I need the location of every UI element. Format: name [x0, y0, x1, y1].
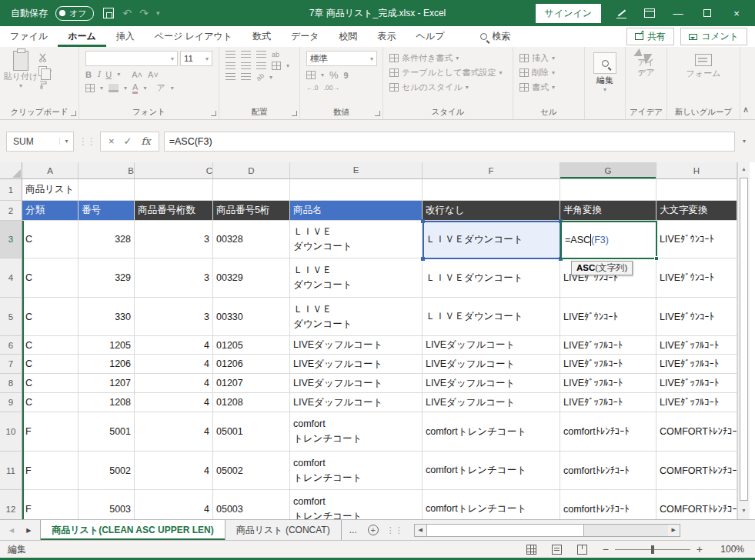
cell[interactable]: comfortトレンチコート [423, 412, 560, 452]
cell[interactable]: 番号 [79, 201, 135, 221]
increase-decimal-icon[interactable]: ←.0 [306, 84, 319, 92]
cell[interactable]: comfortトレンチコート [423, 452, 560, 490]
cell[interactable]: LIVEダッフルコート [290, 393, 423, 412]
zoom-level[interactable]: 100% [718, 544, 744, 555]
dialog-launcher-icon[interactable] [211, 111, 216, 116]
comma-style-icon[interactable]: 9 [344, 71, 349, 80]
row-header[interactable]: 6 [0, 336, 22, 355]
form-button[interactable]: フォーム [670, 54, 737, 79]
cell[interactable] [423, 179, 560, 201]
cell[interactable]: comfortﾄﾚﾝﾁｺｰﾄ [560, 412, 656, 452]
cell[interactable]: 00328 [213, 221, 290, 258]
cell[interactable] [656, 179, 737, 201]
cell[interactable]: COMFORTﾄﾚﾝﾁｺｰﾄ [656, 490, 737, 519]
bold-button[interactable]: B [85, 70, 92, 79]
cell[interactable]: ＬＩＶＥダウンコート [423, 298, 560, 336]
tab-view[interactable]: 表示 [368, 26, 406, 47]
cell[interactable]: comfort トレンチコート [290, 412, 423, 452]
tab-data[interactable]: データ [281, 26, 329, 47]
orientation-icon[interactable]: ab [255, 72, 266, 82]
cell[interactable]: comfortトレンチコート [423, 490, 560, 519]
font-name-select[interactable]: ▾ [85, 51, 178, 66]
column-header-A[interactable]: A [22, 162, 79, 179]
formula-input[interactable]: =ASC(F3) [164, 132, 735, 152]
horizontal-scrollbar[interactable]: ◀ ▶ [414, 524, 680, 537]
namebox-dropdown-icon[interactable]: ▾ [59, 138, 73, 145]
cell[interactable]: LIVEダッフルコート [423, 355, 560, 374]
tab-formulas[interactable]: 数式 [242, 26, 281, 47]
page-layout-view-icon[interactable] [552, 545, 562, 555]
cell[interactable] [560, 179, 656, 201]
cell[interactable]: 商品番号5桁 [213, 201, 290, 221]
search-box[interactable]: 検索 [480, 26, 510, 47]
cell[interactable]: ＬＩＶＥダウンコート [423, 258, 560, 298]
cell[interactable]: C [22, 221, 79, 258]
cell[interactable]: 4 [135, 393, 213, 412]
cell[interactable]: F [22, 412, 79, 452]
cell[interactable]: F [22, 452, 79, 490]
column-header-B[interactable]: B [79, 162, 135, 179]
phonetic-guide-icon[interactable]: ア [156, 82, 165, 94]
cell[interactable]: 4 [135, 490, 213, 519]
cell[interactable]: COMFORTﾄﾚﾝﾁｺｰﾄ [656, 412, 737, 452]
zoom-out-icon[interactable]: − [603, 543, 609, 555]
cell[interactable]: comfortﾄﾚﾝﾁｺｰﾄ [560, 452, 656, 490]
cell[interactable]: 大文字変換 [656, 201, 737, 221]
number-format-select[interactable]: 標準▾ [306, 51, 377, 66]
collapse-ribbon-icon[interactable]: ∧ [743, 105, 749, 115]
editing-button[interactable] [593, 52, 616, 74]
cell[interactable]: 4 [135, 374, 213, 393]
align-right-icon[interactable] [256, 62, 266, 70]
font-color-icon[interactable]: A [132, 83, 138, 94]
cell[interactable]: 4 [135, 355, 213, 374]
tab-insert[interactable]: 挿入 [106, 26, 145, 47]
cell[interactable]: LIVEダッフルコート [423, 374, 560, 393]
fill-color-icon[interactable] [109, 84, 119, 92]
cell[interactable]: LIVEﾀﾞｳﾝｺｰﾄ [560, 298, 656, 336]
column-header-H[interactable]: H [656, 162, 737, 179]
sheet-tab[interactable]: 商品リスト (CONCAT) [225, 520, 342, 540]
tab-help[interactable]: ヘルプ [406, 26, 455, 47]
cell[interactable]: 330 [79, 298, 135, 336]
zoom-in-icon[interactable]: + [697, 543, 703, 555]
cell[interactable]: 329 [79, 258, 135, 298]
dialog-launcher-icon[interactable] [292, 111, 297, 116]
cell[interactable] [290, 179, 423, 201]
row-header[interactable]: 9 [0, 393, 22, 412]
ink-pen-icon[interactable] [615, 6, 629, 20]
expand-formula-bar-icon[interactable]: ▾ [740, 138, 749, 145]
cell[interactable]: ＬＩＶＥ ダウンコート [290, 298, 423, 336]
cell[interactable]: 4 [135, 452, 213, 490]
cell[interactable]: C [22, 298, 79, 336]
cell[interactable]: 商品名 [290, 201, 423, 221]
cell[interactable]: C [22, 393, 79, 412]
cell[interactable]: 3 [135, 298, 213, 336]
cell[interactable]: LIVEダッフルコート [423, 336, 560, 355]
cell[interactable]: LIVEﾀﾞｯﾌﾙｺｰﾄ [656, 374, 737, 393]
align-middle-icon[interactable] [241, 51, 251, 58]
new-sheet-icon[interactable]: + [368, 525, 379, 535]
cell[interactable]: 1207 [79, 374, 135, 393]
cell[interactable]: 商品リスト [22, 179, 79, 201]
row-header[interactable]: 12 [0, 490, 22, 519]
align-top-icon[interactable] [225, 51, 236, 58]
cell[interactable]: 商品番号桁数 [135, 201, 213, 221]
decrease-font-button[interactable]: A˅ [148, 70, 159, 79]
row-header[interactable]: 1 [0, 179, 22, 201]
cell[interactable]: 01205 [213, 336, 290, 355]
cell[interactable]: 5002 [79, 452, 135, 490]
cell[interactable]: 00330 [213, 298, 290, 336]
cell[interactable]: C [22, 258, 79, 298]
cell[interactable]: LIVEﾀﾞｯﾌﾙｺｰﾄ [656, 393, 737, 412]
cell[interactable]: 05002 [213, 452, 290, 490]
cell[interactable]: 05003 [213, 490, 290, 519]
cell[interactable]: COMFORTﾄﾚﾝﾁｺｰﾄ [656, 452, 737, 490]
cell-styles-button[interactable]: セルのスタイル▾ [389, 80, 509, 95]
scroll-down-icon[interactable]: ▼ [738, 508, 750, 513]
row-header[interactable]: 8 [0, 374, 22, 393]
cell[interactable]: 01207 [213, 374, 290, 393]
cell[interactable]: C [22, 355, 79, 374]
cell[interactable]: ＬＩＶＥ ダウンコート [290, 221, 423, 258]
autosave-toggle[interactable]: オフ [55, 6, 94, 21]
conditional-formatting-button[interactable]: 条件付き書式▾ [389, 51, 509, 65]
